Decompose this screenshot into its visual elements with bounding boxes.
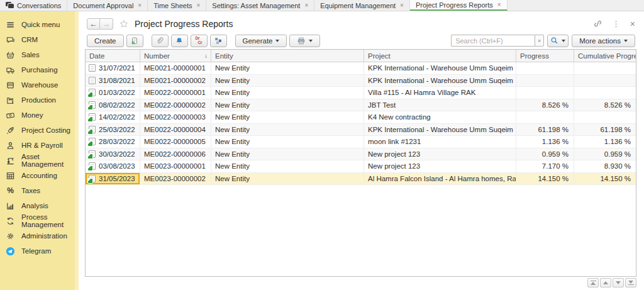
progress-cell[interactable] (516, 62, 574, 74)
entity-cell[interactable]: New Entity (211, 87, 364, 99)
column-header-date[interactable]: Date (86, 50, 140, 62)
column-header-number[interactable]: Number ↓ (140, 50, 211, 62)
sidebar-item-asset-management[interactable]: Asset Management (0, 153, 79, 168)
table-row[interactable]: 31/07/2021 ME0021-00000001 New Entity KP… (86, 62, 636, 75)
sidebar-item-accounting[interactable]: Accounting (0, 168, 79, 183)
table-row[interactable]: 08/02/2022 ME0022-00000002 New Entity JB… (86, 99, 636, 112)
go-to-bottom-button[interactable] (625, 278, 636, 287)
table-row[interactable]: 14/02/2022 ME0022-00000003 New Entity K4… (86, 111, 636, 124)
column-header-cumulative-progress[interactable]: Cumulative Progress (574, 50, 636, 62)
advanced-search-button[interactable] (547, 35, 569, 47)
entity-cell[interactable]: New Entity (211, 99, 364, 111)
date-cell[interactable]: 03/08/2023 (86, 160, 140, 172)
number-cell[interactable]: ME0021-00000002 (140, 75, 211, 87)
reminders-button[interactable] (171, 35, 188, 47)
back-button[interactable]: ← (87, 18, 100, 30)
date-cell[interactable]: 08/02/2022 (86, 99, 140, 111)
project-cell[interactable]: KPK International - Warehouse Umm Suqeim (364, 75, 516, 87)
entity-cell[interactable]: New Entity (211, 62, 364, 74)
number-cell[interactable]: ME0023-00000001 (140, 160, 211, 172)
progress-cell[interactable]: 0.959 % (516, 148, 574, 160)
table-row[interactable]: 01/03/2022 ME0022-00000001 New Entity Vi… (86, 87, 636, 99)
date-cell[interactable]: 30/03/2022 (86, 148, 140, 160)
project-cell[interactable]: moon link #1231 (364, 136, 516, 148)
progress-cell[interactable] (516, 75, 574, 87)
tab-project-progress-reports[interactable]: Project Progress Reports × (410, 0, 508, 11)
date-cell[interactable]: 31/07/2021 (86, 62, 140, 74)
date-cell[interactable]: 28/03/2022 (86, 136, 140, 148)
entity-cell[interactable]: New Entity (211, 124, 364, 136)
project-cell[interactable]: New project 123 (364, 148, 516, 160)
table-row[interactable]: 28/03/2022 ME0022-00000005 New Entity mo… (86, 136, 636, 148)
sidebar-item-process-management[interactable]: Process Management (0, 213, 79, 228)
sidebar-item-production[interactable]: Production (0, 92, 79, 108)
column-header-project[interactable]: Project (364, 50, 516, 62)
favorite-star-icon[interactable] (119, 20, 128, 28)
page-down-button[interactable] (613, 278, 624, 287)
sidebar-item-telegram[interactable]: Telegram (0, 243, 79, 259)
more-menu-icon[interactable]: ⋮ (613, 20, 620, 28)
tab-conversations[interactable]: Conversations (0, 0, 67, 11)
number-cell[interactable]: ME0023-00000002 (140, 173, 211, 185)
number-cell[interactable]: ME0022-00000001 (140, 87, 211, 99)
number-cell[interactable]: ME0022-00000003 (140, 111, 211, 123)
column-header-entity[interactable]: Entity (211, 50, 364, 62)
sidebar-item-purchasing[interactable]: Purchasing (0, 62, 79, 77)
close-icon[interactable]: × (400, 3, 404, 9)
progress-cell[interactable]: 1.136 % (516, 136, 574, 148)
cumulative-progress-cell[interactable] (574, 111, 636, 123)
number-cell[interactable]: ME0022-00000006 (140, 148, 211, 160)
go-to-top-button[interactable] (587, 278, 599, 287)
number-cell[interactable]: ME0021-00000001 (140, 62, 211, 74)
sidebar-item-money[interactable]: Money (0, 108, 79, 123)
cumulative-progress-cell[interactable]: 14.150 % (574, 173, 636, 185)
create-by-copy-button[interactable] (126, 35, 143, 47)
close-icon[interactable]: × (497, 2, 501, 8)
tab-settings-asset-management[interactable]: Settings: Asset Management × (206, 0, 314, 11)
tab-document-approval[interactable]: Document Approval × (67, 0, 148, 11)
progress-cell[interactable]: 8.526 % (516, 99, 574, 111)
cumulative-progress-cell[interactable] (574, 75, 636, 87)
create-button[interactable]: Create (87, 35, 124, 47)
cumulative-progress-cell[interactable]: 8.930 % (574, 160, 636, 172)
tab-equipment-management[interactable]: Equipment Management × (314, 0, 410, 11)
table-row-selected[interactable]: 31/05/2023 ME0023-00000002 New Entity Al… (86, 173, 636, 186)
related-documents-button[interactable] (210, 35, 227, 47)
cumulative-progress-cell[interactable] (574, 87, 636, 99)
project-cell[interactable]: KPK International - Warehouse Umm Suqeim (364, 62, 516, 74)
sidebar-item-warehouse[interactable]: Warehouse (0, 77, 79, 92)
table-row[interactable]: 30/03/2022 ME0022-00000006 New Entity Ne… (86, 148, 636, 161)
number-cell[interactable]: ME0022-00000005 (140, 136, 211, 148)
project-cell[interactable]: New project 123 (364, 160, 516, 172)
close-icon[interactable]: × (197, 3, 201, 9)
entity-cell[interactable]: New Entity (211, 173, 364, 185)
project-cell[interactable]: JBT Test (364, 99, 516, 111)
page-up-button[interactable] (600, 278, 611, 287)
sidebar-item-project-costing[interactable]: Project Costing (0, 123, 79, 138)
table-row[interactable]: 03/08/2023 ME0023-00000001 New Entity Ne… (86, 160, 636, 173)
entity-cell[interactable]: New Entity (211, 136, 364, 148)
progress-cell[interactable]: 61.198 % (516, 124, 574, 136)
tab-time-sheets[interactable]: Time Sheets × (148, 0, 206, 11)
date-cell[interactable]: 01/03/2022 (86, 87, 140, 99)
print-button[interactable] (289, 35, 320, 47)
progress-cell[interactable]: 14.150 % (516, 173, 574, 185)
entity-cell[interactable]: New Entity (211, 111, 364, 123)
cumulative-progress-cell[interactable]: 1.136 % (574, 136, 636, 148)
attachments-button[interactable] (152, 35, 169, 47)
entity-cell[interactable]: New Entity (211, 160, 364, 172)
sidebar-item-administration[interactable]: Administration (0, 228, 79, 243)
close-form-icon[interactable]: × (630, 20, 635, 28)
column-header-progress[interactable]: Progress (516, 50, 574, 62)
sidebar-item-taxes[interactable]: % Taxes (0, 183, 79, 198)
date-cell-current[interactable]: 31/05/2023 (86, 173, 140, 185)
project-cell[interactable]: Villa #115 - Al Hamra Village RAK (364, 87, 516, 99)
sidebar-item-sales[interactable]: Sales (0, 47, 79, 62)
close-icon[interactable]: × (304, 3, 308, 9)
table-row[interactable]: 25/03/2022 ME0022-00000004 New Entity KP… (86, 124, 636, 137)
get-link-icon[interactable] (593, 19, 602, 28)
project-cell[interactable]: Al Hamra Falcon Island - Al Hamra homes,… (364, 173, 516, 185)
cumulative-progress-cell[interactable]: 0.959 % (574, 148, 636, 160)
search-input[interactable] (451, 35, 535, 47)
project-cell[interactable]: K4 New contracting (364, 111, 516, 123)
